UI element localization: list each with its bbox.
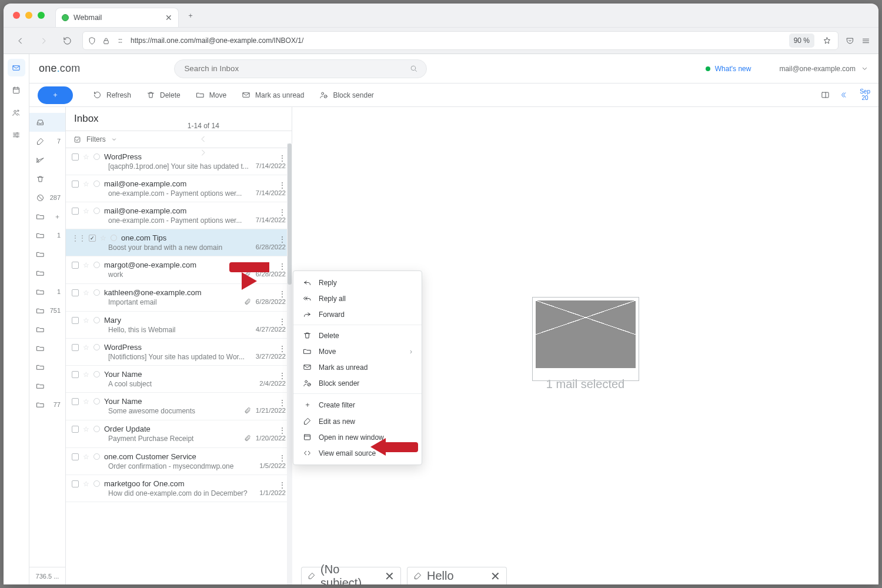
folder-spam[interactable]: 287 [29,188,65,207]
ctx-move[interactable]: Move› [293,343,422,359]
message-row[interactable]: ☆Order UpdatePayment Purchase Receipt1/2… [66,420,292,448]
folder-f5[interactable]: 1 [29,282,65,301]
ctx-create-filter[interactable]: ＋Create filter [293,396,422,413]
move-button[interactable]: Move [190,86,232,104]
ctx-forward[interactable]: Forward [293,306,422,322]
new-tab-button[interactable]: ＋ [182,7,199,24]
ctx-mark-unread[interactable]: Mark as unread [293,359,422,375]
bookmark-star-icon[interactable] [823,36,831,45]
ctx-block[interactable]: Block sender [293,375,422,391]
rail-contacts-icon[interactable] [8,103,25,121]
select-all-icon[interactable] [73,135,82,144]
folder-f2[interactable]: 1 [29,226,65,245]
traffic-min[interactable] [25,12,32,19]
folder-f10[interactable] [29,376,65,395]
pocket-icon[interactable] [846,36,854,45]
star-icon[interactable]: ☆ [83,397,89,406]
row-checkbox[interactable] [72,371,79,378]
row-checkbox[interactable] [72,317,79,324]
folder-f4[interactable] [29,263,65,282]
url-field[interactable]: https://mail.one.com/mail@one-example.co… [82,31,838,50]
read-status-icon[interactable] [93,181,100,187]
nav-reload-icon[interactable] [59,32,75,49]
compose-bar-b[interactable]: Hello ✕ [407,567,507,584]
message-row[interactable]: ☆marketgoo for One.comHow did one-exampl… [66,475,292,502]
date-widget[interactable]: Sep20 [860,89,870,101]
row-checkbox[interactable] [72,181,79,188]
traffic-close[interactable] [13,12,20,19]
block-sender-button[interactable]: Block sender [313,86,379,104]
star-icon[interactable]: ☆ [83,453,89,461]
scrollbar[interactable] [287,143,292,584]
tab-close-icon[interactable]: ✕ [165,13,172,22]
collapse-icon[interactable] [840,91,849,99]
read-status-icon[interactable] [93,398,100,405]
row-checkbox[interactable] [72,262,79,269]
whats-new-link[interactable]: What's new [706,65,751,73]
row-actions-icon[interactable]: ⋮ [279,262,286,270]
read-status-icon[interactable] [93,153,100,160]
row-actions-icon[interactable]: ⋮ [279,235,286,243]
mark-unread-button[interactable]: Mark as unread [236,86,310,104]
filters-label[interactable]: Filters [86,135,106,143]
message-row[interactable]: ☆Your NameA cool subject2/4/2022⋮ [66,366,292,393]
row-actions-icon[interactable]: ⋮ [279,154,286,162]
compose-button[interactable]: ＋ [38,86,73,104]
row-checkbox[interactable] [72,480,79,487]
star-icon[interactable]: ☆ [83,316,89,325]
close-icon[interactable]: ✕ [385,569,395,583]
folder-f9[interactable] [29,358,65,376]
folder-f3[interactable] [29,245,65,263]
rail-calendar-icon[interactable] [8,81,25,99]
read-status-icon[interactable] [93,262,100,268]
row-actions-icon[interactable]: ⋮ [279,399,286,407]
compose-bar-a[interactable]: (No subject) ✕ [301,567,401,584]
star-icon[interactable]: ☆ [100,234,106,242]
nav-back-icon[interactable] [12,32,28,49]
message-row[interactable]: ⋮⋮✓☆one.com TipsBoost your brand with a … [66,229,292,256]
row-actions-icon[interactable]: ⋮ [279,426,286,435]
message-row[interactable]: ☆Your NameSome awesome documents1/21/202… [66,393,292,420]
read-status-icon[interactable] [93,317,100,323]
message-row[interactable]: ☆WordPress[qacph9.1prod.one] Your site h… [66,148,292,175]
read-status-icon[interactable] [93,453,100,460]
row-actions-icon[interactable]: ⋮ [279,454,286,462]
row-checkbox[interactable] [72,208,79,215]
row-checkbox[interactable] [72,426,79,433]
row-checkbox[interactable] [72,453,79,460]
row-actions-icon[interactable]: ⋮ [279,372,286,380]
row-checkbox[interactable]: ✓ [89,235,96,242]
folder-f6[interactable]: 751 [29,301,65,320]
row-actions-icon[interactable]: ⋮ [279,318,286,326]
message-row[interactable]: ☆WordPress[Notifictions] Your site has u… [66,339,292,366]
reading-pane-icon[interactable] [821,91,830,99]
star-icon[interactable]: ☆ [83,480,89,488]
chevron-down-icon[interactable] [111,136,118,143]
traffic-max[interactable] [38,12,45,19]
rail-settings-icon[interactable] [8,126,25,143]
read-status-icon[interactable] [93,371,100,377]
search-input[interactable] [174,59,427,78]
star-icon[interactable]: ☆ [83,343,89,352]
star-icon[interactable]: ☆ [83,289,89,297]
ctx-reply-all[interactable]: Reply all [293,290,422,306]
rail-mail-icon[interactable] [8,59,25,76]
read-status-icon[interactable] [111,235,117,241]
row-checkbox[interactable] [72,153,79,161]
account-menu[interactable]: mail@one-example.com [779,64,869,73]
ctx-delete[interactable]: Delete [293,328,422,343]
row-checkbox[interactable] [72,289,79,296]
ctx-edit-new[interactable]: Edit as new [293,413,422,429]
star-icon[interactable]: ☆ [83,180,89,188]
folder-add[interactable]: ＋ [29,207,65,226]
star-icon[interactable]: ☆ [83,370,89,379]
folder-f7[interactable] [29,320,65,339]
star-icon[interactable]: ☆ [83,261,89,269]
row-actions-icon[interactable]: ⋮ [279,181,286,189]
read-status-icon[interactable] [93,289,100,296]
row-checkbox[interactable] [72,398,79,405]
read-status-icon[interactable] [93,426,100,432]
folder-drafts[interactable]: 7 [29,132,65,151]
folder-inbox[interactable] [29,113,65,132]
browser-tab[interactable]: Webmail ✕ [55,8,179,27]
